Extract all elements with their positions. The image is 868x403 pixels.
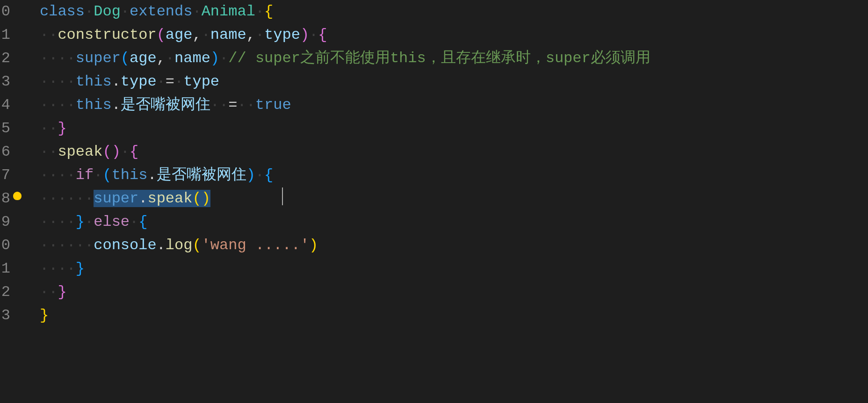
class-name: Animal: [202, 3, 255, 20]
string-literal: 'wang .....': [202, 237, 309, 254]
method-call: speak: [147, 190, 192, 207]
class-name: Dog: [94, 3, 121, 20]
keyword-if: if: [76, 166, 94, 184]
comment: // super之前不能使用this，且存在继承时，super必须调用: [228, 50, 650, 67]
keyword-this: this: [112, 166, 148, 184]
keyword-true: true: [255, 96, 291, 114]
keyword-else: else: [94, 213, 130, 230]
line-number: 2: [0, 47, 10, 70]
brace-open: {: [264, 166, 273, 184]
code-area[interactable]: class·Dog·extends·Animal·{ ··constructor…: [14, 0, 651, 327]
code-line[interactable]: ····if·(this.是否嘴被网住)·{: [40, 164, 651, 187]
brace-open: {: [138, 213, 147, 230]
code-line[interactable]: ····this.type·=·type: [40, 70, 651, 94]
brace-close: }: [40, 307, 49, 324]
line-number: 9: [0, 210, 10, 234]
brace-close: }: [58, 283, 66, 301]
keyword-super: super: [94, 190, 138, 207]
identifier: type: [183, 73, 219, 90]
property: 是否嘴被网住: [121, 96, 210, 114]
code-line[interactable]: ······super.speak(): [40, 187, 651, 210]
argument: name: [174, 50, 210, 67]
code-line[interactable]: ··speak()·{: [40, 140, 651, 164]
parameter: type: [264, 26, 300, 43]
brace-open: {: [318, 26, 327, 43]
keyword-super: super: [76, 50, 121, 67]
line-number: 0: [0, 234, 10, 257]
keyword-extends: extends: [130, 3, 192, 20]
line-number: 0: [0, 0, 10, 23]
code-line[interactable]: class·Dog·extends·Animal·{: [40, 0, 651, 23]
keyword-class: class: [40, 3, 85, 20]
line-number: 7: [0, 164, 10, 187]
parameter: name: [210, 26, 246, 43]
line-number: 5: [0, 117, 10, 140]
line-number: 1: [0, 257, 10, 281]
selection: super.speak(): [94, 190, 210, 207]
line-number: 2: [0, 281, 10, 304]
code-line[interactable]: ··constructor(age,·name,·type)·{: [40, 23, 651, 47]
brace-open: {: [264, 3, 273, 20]
brace-close: }: [76, 260, 85, 277]
line-number: 6: [0, 140, 10, 164]
method-log: log: [166, 237, 193, 254]
line-number: 1: [0, 23, 10, 47]
brace-close: }: [58, 120, 66, 137]
argument: age: [130, 50, 157, 67]
property: 是否嘴被网住: [157, 166, 246, 184]
code-line[interactable]: }: [40, 304, 651, 327]
code-line[interactable]: ····}·else·{: [40, 210, 651, 234]
code-line[interactable]: ··}: [40, 117, 651, 140]
brace-open: {: [130, 143, 138, 160]
line-number-gutter: 0 1 2 3 4 5 6 7 8 9 0 1 2 3: [0, 0, 14, 327]
text-cursor: [282, 187, 283, 205]
line-number: 3: [0, 70, 10, 94]
parameter: age: [166, 26, 193, 43]
keyword-this: this: [76, 96, 112, 114]
function-name: speak: [58, 143, 102, 160]
line-number: 3: [0, 304, 10, 327]
code-line[interactable]: ····this.是否嘴被网住··=··true: [40, 94, 651, 117]
line-number: 8: [0, 187, 10, 210]
object-console: console: [94, 237, 156, 254]
code-line[interactable]: ······console.log('wang .....'): [40, 234, 651, 257]
code-line[interactable]: ··}: [40, 281, 651, 304]
operator-assign: =: [228, 96, 237, 114]
keyword-this: this: [76, 73, 112, 90]
code-editor[interactable]: 0 1 2 3 4 5 6 7 8 9 0 1 2 3 class·Dog·ex…: [0, 0, 868, 327]
brace-close: }: [76, 213, 85, 230]
property: type: [121, 73, 157, 90]
code-line[interactable]: ····super(age,·name)·// super之前不能使用this，…: [40, 47, 651, 70]
line-number: 4: [0, 94, 10, 117]
lightbulb-icon[interactable]: [13, 192, 22, 200]
code-line[interactable]: ····}: [40, 257, 651, 281]
function-name: constructor: [58, 26, 156, 43]
operator-assign: =: [166, 73, 174, 90]
